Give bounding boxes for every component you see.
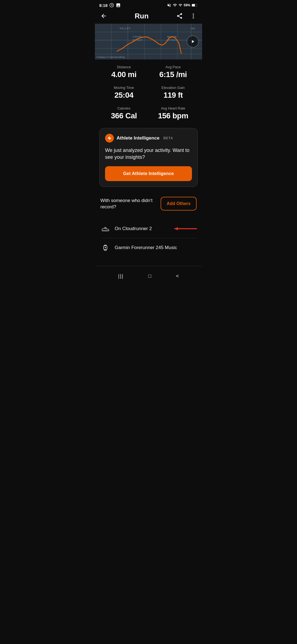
status-bar: 8:18 59% [95, 0, 202, 9]
ai-beta-badge: BETA [163, 136, 173, 140]
watch-icon [100, 243, 110, 253]
stat-heart-rate-label: Avg Heart Rate [151, 106, 196, 110]
ai-card-header: Athlete Intelligence BETA [105, 134, 192, 143]
stat-moving-time-label: Moving Time [101, 86, 146, 90]
ai-title: Athlete Intelligence [117, 135, 160, 141]
with-someone-text: With someone who didn't record? [100, 197, 153, 211]
with-someone-section: With someone who didn't record? Add Othe… [95, 192, 202, 217]
svg-point-4 [193, 17, 194, 18]
stat-avg-pace: Avg Pace 6:15 /mi [151, 65, 196, 79]
route-map[interactable]: VALLEY CASTRO DISTRICT MISSION DISTRICT … [95, 24, 202, 59]
ai-description: We just analyzed your activity. Want to … [105, 147, 192, 161]
red-arrow-annotation [172, 225, 199, 233]
stat-avg-pace-label: Avg Pace [151, 65, 196, 69]
status-right: 59% [167, 3, 198, 7]
shoe-name: On Cloudrunner 2 [115, 226, 152, 231]
map-svg: VALLEY CASTRO DISTRICT MISSION DISTRICT … [95, 24, 202, 59]
add-others-button[interactable]: Add Others [161, 197, 197, 211]
wifi-icon [173, 3, 177, 7]
page-title: Run [135, 12, 149, 20]
status-left: 8:18 [99, 3, 121, 8]
battery-percent: 59% [184, 3, 190, 7]
navigation-bar: ||| □ < [95, 266, 202, 287]
stat-moving-time: Moving Time 25:04 [101, 86, 146, 100]
stat-distance-value: 4.00 mi [101, 70, 146, 79]
svg-rect-21 [128, 49, 144, 54]
stat-distance: Distance 4.00 mi [101, 65, 146, 79]
page-header: Run [95, 9, 202, 24]
watch-name: Garmin Forerunner 245 Music [115, 245, 177, 250]
stat-elevation-label: Elevation Gain [151, 86, 196, 90]
stat-moving-time-value: 25:04 [101, 91, 146, 100]
status-time: 8:18 [99, 3, 108, 8]
svg-text:VALLEY: VALLEY [120, 27, 131, 30]
more-button[interactable] [189, 12, 198, 20]
stat-heart-rate: Avg Heart Rate 156 bpm [151, 106, 196, 120]
gear-section: On Cloudrunner 2 Garmin Forerunner 245 M… [95, 217, 202, 261]
ai-icon [105, 134, 114, 143]
stats-grid: Distance 4.00 mi Avg Pace 6:15 /mi Movin… [95, 59, 202, 126]
stat-avg-pace-value: 6:15 /mi [151, 70, 196, 79]
get-ai-button[interactable]: Get Athlete Intelligence [105, 166, 192, 181]
svg-rect-32 [104, 245, 106, 246]
signal-icon [178, 3, 182, 7]
svg-rect-33 [104, 250, 106, 250]
nav-home-button[interactable]: □ [143, 271, 157, 281]
svg-text:16th: 16th [191, 27, 195, 30]
svg-marker-30 [175, 227, 178, 230]
share-button[interactable] [175, 12, 184, 20]
svg-point-3 [193, 15, 194, 17]
map-background: VALLEY CASTRO DISTRICT MISSION DISTRICT … [95, 24, 202, 59]
svg-rect-16 [112, 40, 128, 48]
mute-icon [167, 3, 171, 7]
stat-elevation: Elevation Gain 119 ft [151, 86, 196, 100]
messenger-icon [109, 3, 114, 8]
svg-rect-18 [145, 40, 161, 48]
map-copyright: © Mapbox © OpenStreetMap [97, 56, 125, 58]
athlete-intelligence-card: Athlete Intelligence BETA We just analyz… [99, 128, 198, 187]
stat-calories-label: Calories [101, 106, 146, 110]
nav-home-icon: □ [148, 273, 151, 279]
shoe-icon [100, 224, 110, 234]
play-button[interactable] [187, 36, 199, 48]
gear-item-shoe[interactable]: On Cloudrunner 2 [95, 219, 202, 238]
nav-recents-icon: ||| [118, 273, 124, 279]
gear-item-watch[interactable]: Garmin Forerunner 245 Music [95, 238, 202, 257]
svg-point-2 [193, 13, 194, 15]
header-actions [175, 12, 198, 20]
nav-back-button[interactable]: < [170, 271, 185, 281]
svg-rect-1 [192, 4, 195, 6]
stat-distance-label: Distance [101, 65, 146, 69]
nav-back-icon: < [176, 273, 179, 279]
back-button[interactable] [99, 12, 108, 20]
nav-recents-button[interactable]: ||| [113, 271, 129, 281]
gallery-icon [116, 3, 121, 8]
stat-calories-value: 366 Cal [101, 111, 146, 120]
stat-heart-rate-value: 156 bpm [151, 111, 196, 120]
battery-icon [192, 4, 198, 7]
stat-elevation-value: 119 ft [151, 91, 196, 100]
stat-calories: Calories 366 Cal [101, 106, 146, 120]
